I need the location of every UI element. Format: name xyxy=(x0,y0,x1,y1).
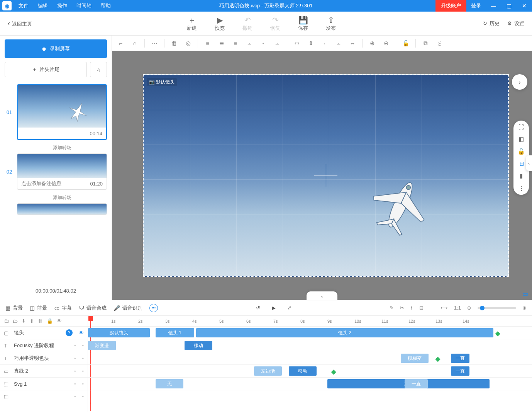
align-t-icon[interactable]: ⫟ xyxy=(320,39,329,48)
back-button[interactable]: 返回主页 xyxy=(0,19,40,27)
timeline-track[interactable]: 渐变进移动 xyxy=(88,339,532,352)
rewind-icon[interactable]: ↺ xyxy=(256,305,260,311)
adjust-icon[interactable]: ⊟ xyxy=(419,305,424,311)
timeline-clip[interactable]: 镜头 2 xyxy=(196,328,493,337)
align-middle-icon[interactable]: ⫞ xyxy=(259,39,268,48)
timeline-clip[interactable]: 移动 xyxy=(185,341,212,350)
folder-add-icon[interactable]: 🗁 xyxy=(13,318,18,324)
canvas-frame[interactable]: 默认镜头 xyxy=(143,74,509,277)
close-icon[interactable]: ✕ xyxy=(517,0,532,12)
track-name-row[interactable]: ▭直线 2•• xyxy=(0,365,88,378)
distribute-h-icon[interactable]: ⇔ xyxy=(293,39,301,48)
more-icon[interactable]: ⋯ xyxy=(150,39,159,48)
zoom-out-timeline-icon[interactable]: ⊖ xyxy=(467,305,471,311)
align-center-icon[interactable]: ≣ xyxy=(217,39,226,48)
tab-foreground[interactable]: ◫前景 xyxy=(30,305,47,312)
eye-icon[interactable]: 👁 xyxy=(79,330,84,336)
trash-icon[interactable]: 🗑 xyxy=(170,39,178,48)
timeline-clip[interactable]: 一直 xyxy=(405,379,428,388)
zoom-in-timeline-icon[interactable]: ⊕ xyxy=(522,305,527,311)
fullscreen-icon[interactable]: ⛶ xyxy=(518,124,524,130)
scene-card[interactable]: 00:14 xyxy=(17,84,107,140)
add-keyframe-icon[interactable]: ◆ xyxy=(495,330,500,337)
spacing-icon[interactable]: ↔ xyxy=(348,39,357,48)
tab-background[interactable]: ▨背景 xyxy=(5,305,23,312)
lock-track-icon[interactable]: 🔒 xyxy=(47,318,53,324)
add-transition[interactable]: 添加转场 xyxy=(17,192,107,203)
align-top-icon[interactable]: ⫠ xyxy=(245,39,254,48)
toolbar-发布-button[interactable]: ⇧发布 xyxy=(320,15,342,32)
expand-icon[interactable]: ⤢ xyxy=(287,305,291,311)
track-name-row[interactable]: ⬚•• xyxy=(0,390,88,403)
mobile-icon[interactable]: ▮ xyxy=(520,172,523,179)
menu-edit[interactable]: 编辑 xyxy=(33,0,53,12)
tab-tts[interactable]: 🗨语音合成 xyxy=(79,305,107,312)
timeline-track[interactable]: 左边渐移动一直◆ xyxy=(88,365,532,378)
menu-action[interactable]: 操作 xyxy=(53,0,72,12)
ratio-icon[interactable]: 1:1 xyxy=(454,305,461,311)
more-vert-icon[interactable]: ⋮ xyxy=(518,185,524,192)
filter-icon[interactable]: ⫯ xyxy=(410,305,413,311)
align-left-icon[interactable]: ≡ xyxy=(203,39,212,48)
timeline-track[interactable]: 默认镜头镜头 1镜头 2◆ xyxy=(88,327,532,339)
tab-asr[interactable]: 🎤语音识别 xyxy=(114,305,142,312)
copy-icon[interactable]: ⧉ xyxy=(421,39,430,48)
toolbar-保存-button[interactable]: 💾保存 xyxy=(292,15,314,32)
timeline-track[interactable]: 模糊变一直◆ xyxy=(88,352,532,365)
scene-card[interactable] xyxy=(17,203,107,215)
login-button[interactable]: 登录 xyxy=(466,0,486,12)
toolbar-新建-button[interactable]: ＋新建 xyxy=(181,15,203,32)
track-name-row[interactable]: T巧用半透明色块•• xyxy=(0,352,88,365)
timeline-track[interactable] xyxy=(88,390,532,403)
align-b-icon[interactable]: ⫠ xyxy=(334,39,343,48)
timeline-clip[interactable]: 默认镜头 xyxy=(88,328,150,337)
track-name-row[interactable]: ⬚Svg 1•• xyxy=(0,378,88,390)
edit-icon[interactable]: ✎ xyxy=(390,305,394,311)
align-right-icon[interactable]: ≡ xyxy=(231,39,240,48)
download-icon[interactable]: ⬇ xyxy=(22,318,26,324)
timeline-clip[interactable]: 一直 xyxy=(451,366,469,376)
scene-card[interactable]: 点击添加备注信息01:20 xyxy=(17,153,107,190)
menu-timeline[interactable]: 时间轴 xyxy=(72,0,96,12)
intro-outro-button[interactable]: ＋片头片尾 xyxy=(5,62,87,77)
timeline-clip[interactable]: 模糊变 xyxy=(401,354,429,363)
maximize-icon[interactable]: ▢ xyxy=(501,0,517,12)
menu-help[interactable]: 帮助 xyxy=(96,0,115,12)
folder-icon[interactable]: 🗀 xyxy=(4,318,9,324)
add-keyframe-icon[interactable]: ◆ xyxy=(331,368,336,375)
align-bottom-icon[interactable]: ⫠ xyxy=(273,39,281,48)
timeline-clip[interactable]: 左边渐 xyxy=(254,366,282,376)
music-float-button[interactable]: ♪ xyxy=(512,74,527,90)
lock-icon[interactable]: 🔓 xyxy=(402,39,410,48)
menu-file[interactable]: 文件 xyxy=(14,0,33,12)
timeline-ruler[interactable]: 1s2s3s4s5s6s7s8s9s10s11s12s13s14s xyxy=(88,316,532,327)
toolbar-预览-button[interactable]: ▶预览 xyxy=(209,15,230,32)
target-icon[interactable]: ◎ xyxy=(184,39,192,48)
timeline-track[interactable]: 无摇匀一直 xyxy=(88,378,532,390)
minimize-icon[interactable]: — xyxy=(486,0,501,12)
timeline-clip[interactable]: 移动 xyxy=(289,366,317,376)
unlock-icon[interactable]: 🔓 xyxy=(518,148,525,155)
help-icon[interactable]: ? xyxy=(66,329,73,336)
more-tabs-button[interactable]: ••• xyxy=(149,304,158,312)
record-screen-button[interactable]: ⏺录制屏幕 xyxy=(5,39,107,58)
zoom-in-icon[interactable]: ⊕ xyxy=(368,39,376,48)
upload-icon[interactable]: ⬆ xyxy=(30,318,34,324)
canvas-stage[interactable]: 默认镜头 ♪ ⛶ ◧ 🔓 🖥 ▮ ⋮ ‹ ⌄ ▭ xyxy=(112,51,532,300)
add-transition[interactable]: 添加转场 xyxy=(17,142,107,153)
visibility-icon[interactable]: 👁 xyxy=(57,318,62,324)
scene-note[interactable]: 点击添加备注信息 xyxy=(21,180,61,187)
history-button[interactable]: ↻历史 xyxy=(483,20,500,27)
timeline-clip[interactable]: 无 xyxy=(156,379,183,388)
paste-icon[interactable]: ⎘ xyxy=(435,39,444,48)
delete-icon[interactable]: 🗑 xyxy=(38,318,43,324)
track-name-row[interactable]: ▢镜头?👁 xyxy=(0,327,88,339)
track-name-row[interactable]: TFocusky 进阶教程•• xyxy=(0,339,88,352)
play-icon[interactable]: ▶ xyxy=(272,305,276,311)
cut-icon[interactable]: ✂ xyxy=(400,305,404,311)
upgrade-button[interactable]: 升级账户 xyxy=(435,0,466,12)
display-mode-icon[interactable]: ▭ xyxy=(522,290,528,298)
tab-subtitle[interactable]: ㏄字幕 xyxy=(54,305,72,312)
settings-button[interactable]: ⚙设置 xyxy=(507,20,524,27)
zoom-out-icon[interactable]: ⊖ xyxy=(382,39,390,48)
